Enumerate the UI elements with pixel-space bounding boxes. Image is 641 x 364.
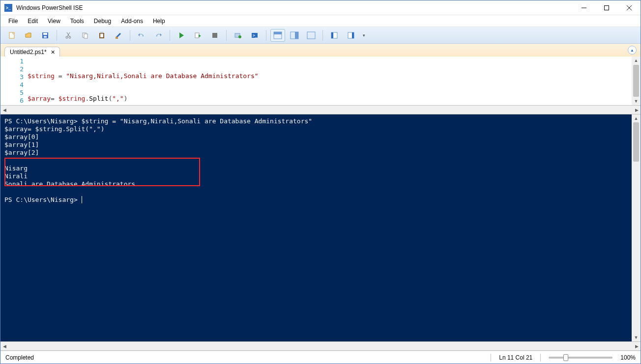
svg-rect-13 [84,34,87,38]
scrollbar-thumb[interactable] [633,65,639,97]
svg-rect-28 [274,32,282,34]
line-number: 5 [0,89,24,97]
save-button[interactable] [38,29,53,42]
tab-close-button[interactable]: ✕ [50,49,57,56]
tab-untitled2[interactable]: Untitled2.ps1* ✕ [4,47,60,57]
scroll-up-button[interactable]: ▲ [632,114,641,122]
console-command: $string = "Nisarg,Nirali,Sonali are Data… [82,117,313,125]
titlebar: >_ Windows PowerShell ISE [0,0,641,15]
show-script-max-button[interactable] [304,29,319,42]
minimize-button[interactable] [573,0,595,15]
show-command-button[interactable] [327,29,342,42]
layout-max-icon [307,31,316,39]
toolbar-separator [322,30,323,41]
scroll-right-button[interactable]: ▶ [633,342,641,350]
token-string: "," [112,95,123,102]
paste-icon [98,31,106,39]
menu-debug[interactable]: Debug [89,16,116,26]
new-remote-tab-button[interactable] [231,29,245,42]
menu-help[interactable]: Help [148,16,170,26]
scroll-left-button[interactable]: ◀ [0,106,8,114]
maximize-icon [604,5,609,10]
scroll-down-button[interactable]: ▼ [632,97,641,105]
svg-marker-19 [179,32,184,38]
scroll-up-button[interactable]: ▲ [632,56,641,64]
scrollbar-track[interactable] [632,122,641,334]
toolbar-separator [57,30,57,41]
clear-button[interactable] [111,29,126,42]
toolbar-overflow-button[interactable]: ▾ [360,29,367,42]
undo-button[interactable] [134,29,149,42]
console-line: $array[1] [4,141,39,148]
script-horizontal-scrollbar[interactable]: ◀ ▶ [0,106,641,114]
start-powershell-button[interactable]: >_ [247,29,262,42]
copy-icon [81,31,89,39]
scrollbar-track[interactable] [8,106,633,114]
svg-rect-18 [116,37,118,39]
scroll-right-button[interactable]: ▶ [633,106,641,114]
redo-button[interactable] [151,29,166,42]
svg-marker-21 [199,34,201,37]
menu-addons[interactable]: Add-ons [116,16,148,26]
close-button[interactable] [618,0,641,15]
token-variable: $array [28,95,51,102]
console-line: $array[2] [4,149,39,156]
svg-rect-30 [295,32,298,39]
zoom-percent: 100% [620,354,636,361]
show-script-top-button[interactable] [270,29,285,42]
svg-line-8 [67,32,69,36]
cut-button[interactable] [61,29,76,42]
script-pane[interactable]: 1 2 3 4 5 6 $string = "Nisarg,Nirali,Son… [0,56,641,106]
svg-rect-22 [212,33,217,38]
token-method: Split [89,95,108,102]
console-pane[interactable]: PS C:\Users\Nisarg> $string = "Nisarg,Ni… [0,114,632,341]
console-vertical-scrollbar[interactable]: ▲ ▼ [632,114,641,341]
line-number-gutter: 1 2 3 4 5 6 [0,56,28,105]
show-script-right-button[interactable] [287,29,302,42]
status-separator [491,354,491,362]
svg-point-10 [66,36,68,38]
line-number: 2 [0,65,24,73]
statusbar: Completed Ln 11 Col 21 100% [0,351,641,364]
scroll-left-button[interactable]: ◀ [0,342,8,350]
powershell-icon: >_ [251,31,259,39]
maximize-button[interactable] [595,0,618,15]
script-vertical-scrollbar[interactable]: ▲ ▼ [632,56,641,105]
chevron-up-icon: ▲ [630,48,634,53]
app-icon: >_ [4,4,12,12]
run-button[interactable] [174,29,189,42]
svg-rect-6 [43,33,47,35]
collapse-script-pane-button[interactable]: ▲ [628,46,637,55]
toolbar-separator [130,30,130,41]
window-title: Windows PowerShell ISE [16,4,573,11]
menu-file[interactable]: File [3,16,23,26]
stop-button[interactable] [207,29,222,42]
zoom-slider[interactable] [549,357,612,359]
status-separator [540,354,541,362]
paste-button[interactable] [94,29,109,42]
token-operator: = [51,95,58,102]
scrollbar-track[interactable] [8,342,633,350]
new-button[interactable] [4,29,19,42]
new-file-icon [8,31,16,39]
copy-button[interactable] [78,29,92,42]
scrollbar-thumb[interactable] [633,122,639,162]
token-variable: $string [58,95,86,102]
remote-tab-icon [234,31,242,39]
open-button[interactable] [21,29,36,42]
zoom-slider-thumb[interactable] [563,354,568,361]
chevron-down-icon: ▾ [363,33,365,38]
token-operator: = [58,72,66,80]
menu-edit[interactable]: Edit [23,16,43,26]
console-horizontal-scrollbar[interactable]: ◀ ▶ [0,342,641,351]
scroll-down-button[interactable]: ▼ [632,334,641,341]
run-selection-button[interactable] [191,29,205,42]
svg-rect-16 [100,32,103,33]
menu-tools[interactable]: Tools [65,16,89,26]
line-number: 4 [0,81,24,89]
code-editor[interactable]: $string = "Nisarg,Nirali,Sonali are Data… [28,56,632,105]
show-command-addon-button[interactable] [344,29,358,42]
console-prompt: PS C:\Users\Nisarg> [4,117,82,125]
svg-rect-33 [331,32,333,38]
menu-view[interactable]: View [43,16,65,26]
